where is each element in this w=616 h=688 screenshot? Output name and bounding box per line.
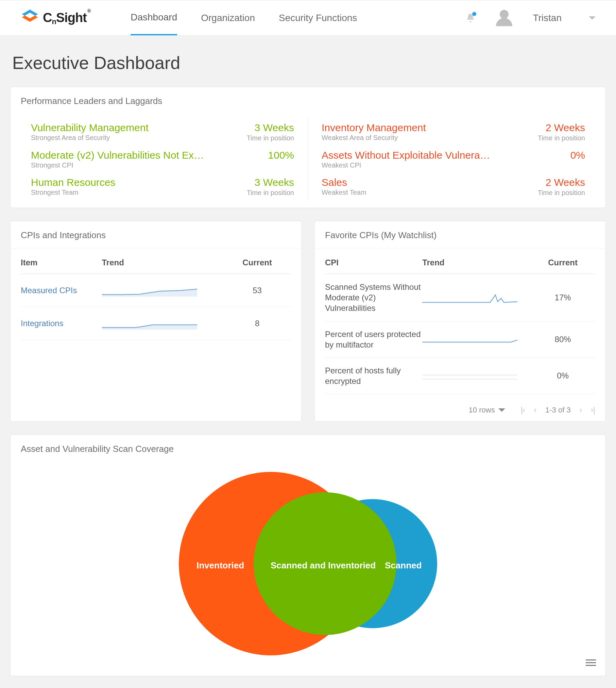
- leader-sub: Strongest Area of Security: [31, 134, 149, 142]
- cpi-name[interactable]: Percent of hosts fully encrypted: [325, 357, 422, 394]
- leader-value: 3 Weeks: [247, 177, 294, 188]
- leaders-laggards-card: Performance Leaders and Laggards Vulnera…: [10, 87, 606, 208]
- trend-cell: [102, 307, 224, 340]
- venn-label-inventoried: Inventoried: [196, 560, 244, 571]
- laggard-value-sub: Time in position: [538, 189, 585, 197]
- leader-name[interactable]: Vulnerability Management: [31, 122, 149, 133]
- scan-coverage-card: Asset and Vulnerability Scan Coverage In…: [10, 435, 606, 676]
- laggard-value-sub: Time in position: [538, 134, 585, 142]
- pager-last-icon[interactable]: ›|: [591, 406, 595, 414]
- cpis-link[interactable]: Measured CPIs: [21, 274, 102, 307]
- favorite-cpis-card: Favorite CPIs (My Watchlist) CPI Trend C…: [314, 221, 606, 422]
- current-value: 80%: [530, 321, 595, 357]
- pager-next-icon[interactable]: ›: [580, 406, 582, 414]
- trend-cell: [422, 274, 530, 321]
- col-trend: Trend: [102, 252, 224, 274]
- brand-logo[interactable]: CnSight®: [20, 8, 90, 28]
- laggard-name[interactable]: Sales: [322, 177, 366, 188]
- chart-menu-icon[interactable]: [586, 658, 596, 668]
- topbar-right: Tristan: [465, 10, 596, 26]
- main-nav: Dashboard Organization Security Function…: [131, 0, 357, 35]
- col-item: Item: [21, 252, 102, 274]
- col-trend: Trend: [422, 252, 530, 274]
- favorite-cpis-table: CPI Trend Current Scanned Systems Withou…: [325, 252, 595, 394]
- laggards-column: Inventory Management Weakest Area of Sec…: [308, 117, 599, 199]
- rows-per-page-select[interactable]: 10 rows: [469, 406, 505, 414]
- sparkline-icon: [422, 367, 517, 385]
- leader-value-sub: Time in position: [247, 134, 294, 142]
- notification-dot-icon: [472, 12, 476, 16]
- leader-value: 100%: [268, 149, 294, 161]
- caret-down-icon: [589, 16, 596, 20]
- current-value: 8: [223, 307, 291, 340]
- leader-name[interactable]: Moderate (v2) Vulnerabilities Not Excee…: [31, 149, 208, 161]
- pager-prev-icon[interactable]: ‹: [534, 406, 536, 414]
- user-menu[interactable]: Tristan: [533, 13, 596, 23]
- col-cpi: CPI: [325, 252, 422, 274]
- table-pager: 10 rows |‹ ‹ 1-3 of 3 › ›|: [315, 401, 605, 421]
- cpis-integrations-title: CPIs and Integrations: [11, 221, 301, 248]
- leaders-column: Vulnerability Management Strongest Area …: [17, 117, 308, 199]
- page: Executive Dashboard Performance Leaders …: [0, 36, 616, 688]
- sparkline-icon: [102, 315, 197, 332]
- topbar: CnSight® Dashboard Organization Security…: [0, 0, 616, 36]
- venn-diagram: Inventoried Scanned and Inventoried Scan…: [179, 465, 437, 662]
- cpis-integrations-table: Item Trend Current Measured CPIs: [21, 252, 291, 340]
- laggard-name[interactable]: Assets Without Exploitable Vulnera…: [322, 149, 490, 161]
- user-avatar-icon[interactable]: [496, 10, 512, 26]
- laggard-value: 2 Weeks: [538, 122, 585, 134]
- trend-cell: [102, 274, 224, 307]
- rows-label: 10 rows: [469, 406, 495, 414]
- laggard-value: 0%: [570, 149, 585, 161]
- laggard-sub: Weakest CPI: [322, 161, 490, 169]
- caret-down-icon: [498, 408, 505, 412]
- nav-organization[interactable]: Organization: [201, 0, 255, 35]
- notifications-bell-icon[interactable]: [465, 13, 476, 23]
- leader-value-sub: Time in position: [247, 189, 294, 197]
- table-row: Percent of hosts fully encrypted 0%: [325, 357, 595, 394]
- scan-coverage-title: Asset and Vulnerability Scan Coverage: [11, 435, 605, 462]
- table-row: Integrations 8: [21, 307, 291, 340]
- user-name: Tristan: [533, 13, 562, 23]
- col-current: Current: [530, 252, 595, 274]
- venn-label-both: Scanned and Inventoried: [271, 560, 376, 571]
- favorite-cpis-title: Favorite CPIs (My Watchlist): [315, 221, 605, 248]
- sparkline-icon: [102, 282, 197, 299]
- table-row: Measured CPIs 53: [21, 274, 291, 307]
- leader-sub: Strongest Team: [31, 189, 115, 196]
- laggard-sub: Weakest Team: [322, 189, 366, 196]
- current-value: 0%: [530, 357, 595, 394]
- table-row: Scanned Systems Without Moderate (v2) Vu…: [325, 274, 595, 321]
- page-title: Executive Dashboard: [12, 53, 606, 73]
- pager-range: 1-3 of 3: [545, 406, 571, 414]
- nav-security-functions[interactable]: Security Functions: [279, 0, 357, 35]
- table-row: Percent of users protected by multifacto…: [325, 321, 595, 357]
- sparkline-icon: [422, 331, 517, 348]
- leaders-laggards-title: Performance Leaders and Laggards: [11, 87, 605, 114]
- cpi-name[interactable]: Percent of users protected by multifacto…: [325, 321, 422, 357]
- leader-value: 3 Weeks: [247, 122, 294, 134]
- laggard-sub: Weakest Area of Security: [322, 134, 426, 142]
- laggard-name[interactable]: Inventory Management: [322, 122, 426, 133]
- col-current: Current: [223, 252, 291, 274]
- nav-dashboard[interactable]: Dashboard: [131, 0, 177, 35]
- leader-name[interactable]: Human Resources: [31, 177, 115, 188]
- trend-cell: [422, 321, 530, 357]
- venn-label-scanned: Scanned: [385, 560, 422, 571]
- brand-name: CnSight®: [43, 11, 90, 25]
- current-value: 53: [223, 274, 291, 307]
- cpis-integrations-card: CPIs and Integrations Item Trend Current…: [10, 221, 302, 422]
- pager-first-icon[interactable]: |‹: [521, 406, 525, 414]
- current-value: 17%: [530, 274, 595, 321]
- brand-logo-icon: [20, 8, 39, 28]
- leader-sub: Strongest CPI: [31, 161, 208, 169]
- laggard-value: 2 Weeks: [538, 177, 585, 188]
- trend-cell: [422, 357, 530, 394]
- cpi-name[interactable]: Scanned Systems Without Moderate (v2) Vu…: [325, 274, 422, 321]
- sparkline-icon: [422, 289, 517, 306]
- integrations-link[interactable]: Integrations: [21, 307, 102, 340]
